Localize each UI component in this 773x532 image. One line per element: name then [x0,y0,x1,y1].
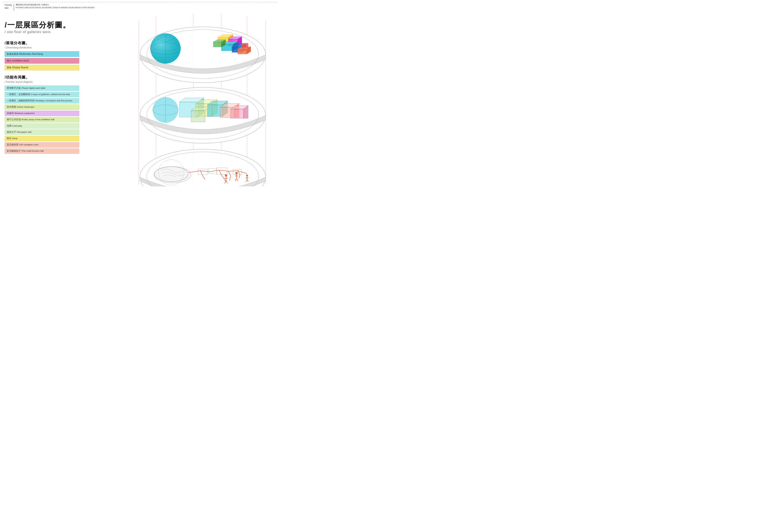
main-title-zh: /一层展區分析圖。 [5,21,79,29]
func-item: 展厅公共区域 /Public areas of the exhibition h… [5,117,79,122]
func-item: 设备间 /Between equipment [5,111,79,116]
func-item: 一层展区：战略构想和历程 /Strategic conception and t… [5,98,79,103]
func-item: 一层展区：走进鄱阳湖 /A layer of galleries: walked… [5,92,79,97]
func-items: 星球数字沙盘 /Planet digital sand table一层展区：走进… [5,86,79,154]
svg-point-55 [154,167,191,183]
svg-rect-27 [213,42,221,47]
isometric-diagram: 82102 reception room [89,9,280,186]
svg-rect-51 [191,111,205,122]
header: Poyang lake 鄱阳湖生态经济区规划展示馆 / 方案设计 POYANG … [5,3,94,10]
legend-item: 展台 /exhibition stand [5,58,79,64]
func-item: 商店 /shop [5,136,79,141]
func-item: 星球数字沙盘 /Planet digital sand table [5,86,79,91]
svg-rect-30 [241,43,248,48]
svg-point-63 [235,172,238,174]
func-item: 连廊 /LianLang [5,123,79,129]
main-title-en: / one floor of galleries were. [5,30,79,34]
right-panel: 82102 reception room [89,9,280,186]
svg-point-58 [225,174,227,177]
func-item: 室内景观 /Indoor landscape [5,104,79,110]
func-item: 接待大厅 /Reception hall [5,130,79,135]
header-divider [14,4,14,10]
header-title: 鄱阳湖生态经济区规划展示馆 / 方案设计 POYANG LAKE ECOLOGI… [16,3,95,9]
svg-point-68 [246,175,248,176]
func-item: 贵宾接待室 /VIP reception room [5,142,79,148]
section1-title-zh: /展项分布圖。 [5,41,79,46]
func-item: 多功能报告厅 /The multi-function hall [5,148,79,154]
legend-items: 多媒体展项 /Multimedia ZhanXiang展台 /exhibitio… [5,51,79,70]
left-panel: /一层展區分析圖。 / one floor of galleries were.… [5,21,79,155]
section2-title-zh: /功能布局圖。 [5,75,79,80]
section2-title-en: / function layout diagram. [5,80,79,83]
svg-rect-24 [238,49,247,54]
brand-name: Poyang lake [5,3,12,9]
svg-point-53 [140,149,266,186]
section1-title-en: / ZhanXiang distribution. [5,46,79,49]
legend-item: 多媒体展项 /Multimedia ZhanXiang [5,51,79,57]
svg-rect-48 [231,109,244,118]
legend-item: 展板 /Display Boards [5,65,79,70]
